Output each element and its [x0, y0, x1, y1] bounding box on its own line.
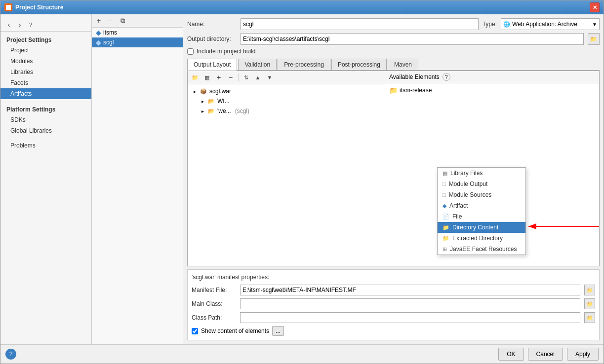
available-header: Available Elements ?: [385, 71, 599, 83]
dropdown-arrow-icon: ▼: [592, 22, 597, 27]
add-item-button[interactable]: +: [213, 73, 224, 82]
remove-artifact-button[interactable]: −: [105, 16, 116, 26]
artifact-icon: ◆: [443, 203, 446, 209]
directory-content-label: Directory Content: [452, 224, 498, 231]
main-class-label: Main Class:: [192, 300, 236, 307]
project-item-scgl[interactable]: ◆ scgl: [92, 37, 183, 47]
name-input[interactable]: [241, 18, 479, 30]
class-path-input[interactable]: [240, 312, 580, 323]
tree-item-web-inf[interactable]: ▸ 📂 WI...: [190, 96, 383, 106]
tab-validation[interactable]: Validation: [238, 59, 277, 70]
main-class-browse[interactable]: 📁: [584, 298, 595, 309]
sidebar-item-facets[interactable]: Facets: [0, 77, 91, 88]
web-content-extra: (scgl): [235, 108, 249, 114]
sidebar-item-global-libraries[interactable]: Global Libraries: [0, 125, 91, 136]
library-files-label: Library Files: [450, 170, 483, 177]
menu-item-artifact[interactable]: ◆ Artifact: [438, 200, 525, 211]
browse-folder-icon-2: 📁: [587, 301, 593, 307]
include-label: Include in project build: [197, 48, 255, 55]
ok-button[interactable]: OK: [498, 348, 523, 361]
library-files-icon: ▦: [443, 170, 447, 177]
show-content-checkbox[interactable]: [192, 328, 198, 334]
class-path-label: Class Path:: [192, 314, 236, 321]
browse-folder-icon-3: 📁: [587, 315, 593, 321]
extracted-directory-icon: 📁: [443, 235, 449, 242]
help-button[interactable]: ?: [5, 349, 16, 360]
sidebar-item-libraries[interactable]: Libraries: [0, 67, 91, 77]
module-sources-icon: □: [443, 192, 446, 198]
add-artifact-button[interactable]: +: [93, 16, 104, 26]
itsm-release-label: itsm-release: [400, 87, 432, 94]
sidebar-item-project[interactable]: Project: [0, 45, 91, 56]
back-button[interactable]: ‹: [4, 20, 13, 29]
sidebar-item-sdks[interactable]: SDKs: [0, 114, 91, 125]
tab-output-layout[interactable]: Output Layout: [187, 59, 237, 71]
browse-folder-icon: 📁: [587, 288, 593, 293]
tab-maven[interactable]: Maven: [388, 59, 418, 70]
sidebar-item-artifacts[interactable]: Artifacts: [0, 88, 91, 99]
close-button[interactable]: ✕: [590, 2, 600, 12]
manifest-main-class-row: Main Class: 📁: [192, 298, 595, 309]
type-dropdown[interactable]: 🌐 Web Application: Archive ▼: [501, 18, 600, 30]
menu-item-javaee-facet[interactable]: ⊞ JavaEE Facet Resources: [438, 244, 525, 255]
scgl-icon: ◆: [96, 38, 101, 46]
sidebar-item-problems[interactable]: Problems: [0, 140, 91, 151]
available-item-itsm-release[interactable]: 📁 itsm-release: [387, 85, 597, 95]
menu-item-module-sources[interactable]: □ Module Sources: [438, 189, 525, 200]
folder-icon-webinf: 📂: [207, 97, 215, 105]
help-icon[interactable]: ?: [26, 20, 35, 29]
output-input[interactable]: [241, 33, 584, 45]
sort-button[interactable]: ⇅: [241, 73, 251, 82]
type-value: Web Application: Archive: [512, 21, 592, 28]
show-content-row: Show content of elements ...: [192, 326, 595, 336]
menu-item-file[interactable]: 📄 File: [438, 211, 525, 222]
cancel-button[interactable]: Cancel: [528, 348, 563, 361]
type-label: Type:: [483, 21, 497, 28]
expand-icon: ▸: [192, 89, 198, 94]
apply-button[interactable]: Apply: [567, 348, 599, 361]
include-checkbox[interactable]: [187, 48, 194, 55]
move-up-button[interactable]: ▲: [252, 73, 263, 82]
artifact-toolbar-bar-chart[interactable]: ▦: [201, 73, 212, 82]
tab-post-processing[interactable]: Post-processing: [331, 59, 387, 70]
type-icon: 🌐: [503, 21, 510, 28]
manifest-file-input[interactable]: [240, 285, 580, 295]
manifest-file-label: Manifest File:: [192, 287, 236, 293]
add-folder-button[interactable]: 📁: [190, 73, 201, 82]
module-output-label: Module Output: [449, 181, 488, 187]
platform-settings-header: Platform Settings: [0, 103, 91, 114]
project-list-toolbar: + − ⧉: [92, 14, 183, 28]
project-item-itsms[interactable]: ◆ itsms: [92, 28, 183, 37]
tree-item-scgl-war[interactable]: ▸ 📦 scgl.war: [190, 86, 383, 96]
artifact-tree: ▸ 📦 scgl.war ▸ 📂 WI... ▸ �: [188, 84, 385, 266]
module-output-icon: □: [443, 181, 446, 187]
remove-item-button[interactable]: −: [225, 73, 236, 82]
web-content-label: 'we...: [217, 108, 231, 114]
toolbar-separator: [238, 73, 239, 81]
menu-item-library-files[interactable]: ▦ Library Files: [438, 168, 525, 179]
help-icon-available[interactable]: ?: [443, 73, 450, 81]
copy-artifact-button[interactable]: ⧉: [117, 16, 128, 26]
output-browse-button[interactable]: 📁: [588, 33, 600, 45]
directory-content-icon: 📁: [443, 224, 449, 231]
right-panel: Name: Type: 🌐 Web Application: Archive ▼…: [183, 14, 604, 344]
menu-item-directory-content[interactable]: 📁 Directory Content: [438, 222, 525, 233]
manifest-section: 'scgl.war' manifest properties: Manifest…: [187, 269, 600, 340]
sidebar-item-modules[interactable]: Modules: [0, 56, 91, 67]
app-icon: [4, 3, 12, 11]
forward-button[interactable]: ›: [15, 20, 24, 29]
tab-pre-processing[interactable]: Pre-processing: [278, 59, 330, 70]
artifact-tree-toolbar: 📁 ▦ + − ⇅ ▲ ▼: [188, 71, 385, 84]
show-content-extra-button[interactable]: ...: [272, 326, 284, 336]
menu-item-module-output[interactable]: □ Module Output: [438, 179, 525, 189]
menu-item-extracted-directory[interactable]: 📁 Extracted Directory: [438, 233, 525, 244]
main-class-input[interactable]: [240, 298, 580, 309]
move-down-button[interactable]: ▼: [264, 73, 275, 82]
war-file-icon: 📦: [200, 87, 207, 95]
manifest-file-browse[interactable]: 📁: [584, 285, 595, 295]
tree-item-web-content[interactable]: ▸ 📂 'we... (scgl): [190, 106, 383, 116]
name-label: Name:: [187, 21, 237, 28]
file-label: File: [452, 213, 462, 220]
class-path-browse[interactable]: 📁: [584, 312, 595, 323]
sidebar-toolbar: ‹ › ?: [0, 18, 91, 32]
